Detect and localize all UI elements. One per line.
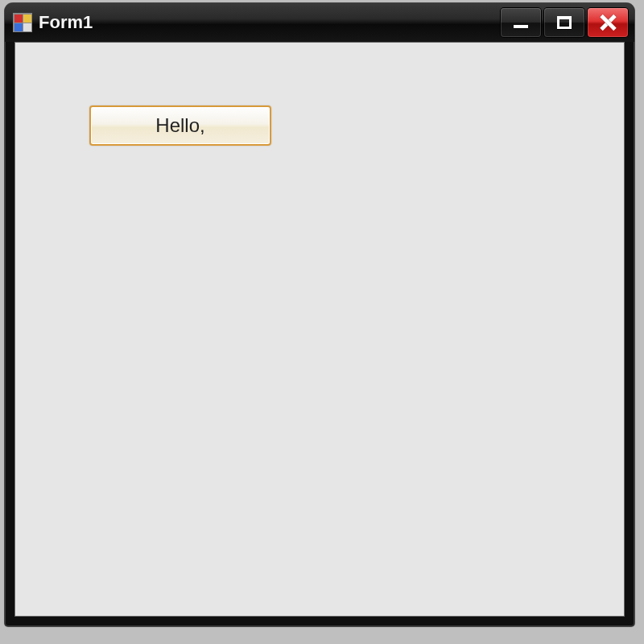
app-window: Form1 Hello, (5, 3, 634, 626)
app-icon (13, 13, 32, 32)
hello-button[interactable]: Hello, (89, 105, 271, 146)
window-title: Form1 (39, 12, 93, 33)
titlebar[interactable]: Form1 (5, 3, 634, 42)
maximize-button[interactable] (544, 8, 584, 37)
minimize-icon (514, 25, 528, 28)
close-icon (599, 14, 617, 31)
form-client-area: Hello, (14, 42, 625, 617)
close-button[interactable] (588, 8, 628, 37)
maximize-icon (557, 16, 572, 29)
minimize-button[interactable] (501, 8, 541, 37)
window-controls (497, 8, 628, 37)
